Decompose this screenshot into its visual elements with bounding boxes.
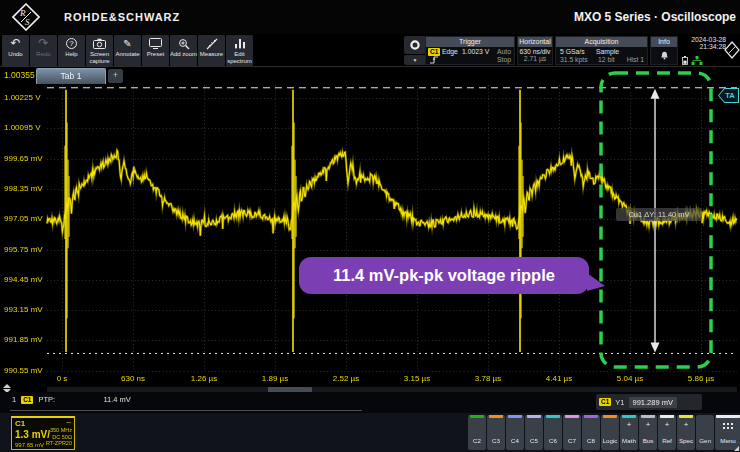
run-control: ▼ xyxy=(404,36,426,65)
y-axis-top-label: 1.00355 xyxy=(4,70,35,80)
dock-button-c5[interactable]: C5 xyxy=(525,415,543,450)
channel1-badge[interactable]: C1 ‒ 1.3 mV/ 997.65 mV 350 MHz DC 50Ω RT… xyxy=(11,416,75,450)
channel1-probe: RT-ZPR20 xyxy=(46,440,72,447)
x-axis-label: 1.89 µs xyxy=(262,374,288,383)
add-icon: + xyxy=(620,421,638,429)
sample-rate: 5 GSa/s xyxy=(560,48,585,55)
scroll-up-arrow-icon[interactable] xyxy=(3,384,11,388)
measurement-source-badge: C1 xyxy=(21,396,33,404)
toolbar-button-help[interactable]: ?Help xyxy=(58,35,85,66)
toolbar-button-add-zoom[interactable]: Add zoom xyxy=(170,35,197,66)
channel-color-stripe xyxy=(489,415,503,418)
toolbar-button-screen-capture[interactable]: Screen capture xyxy=(86,35,113,66)
dock-button-c3[interactable]: C3 xyxy=(487,415,505,450)
network-icon xyxy=(691,56,703,65)
window-titlebar: R S ROHDE&SCHWARZ MXO 5 Series · Oscillo… xyxy=(0,0,740,34)
pencil-icon: ✎ xyxy=(123,37,131,50)
dock-button-label: C4 xyxy=(511,437,519,444)
cursor-delta-label: Cu1 ΔY: 11.40 mV xyxy=(616,208,702,221)
redo-icon: ↷ xyxy=(38,37,48,50)
annotation-callout[interactable]: 11.4 mV-pk-pk voltage ripple xyxy=(299,257,589,294)
toolbar-button-label: Undo xyxy=(8,51,22,58)
run-dropdown-button[interactable]: ▼ xyxy=(404,55,426,65)
horizontal-panel[interactable]: Horizontal 630 ns/div 2.71 µs xyxy=(517,36,553,65)
dock-button-logic[interactable]: Logic xyxy=(601,415,619,450)
measurement-index: 1 xyxy=(12,395,16,404)
toolbar-button-label: Redo xyxy=(36,51,50,58)
dock-button-math[interactable]: +Math xyxy=(620,415,638,450)
dock-button-label: Ref xyxy=(662,437,672,444)
channel-color-stripe xyxy=(470,415,484,418)
y-axis-label: 990.55 mV xyxy=(4,366,43,375)
toolbar-button-preset[interactable]: Preset xyxy=(142,35,169,66)
channel1-minimize-icon[interactable]: ‒ xyxy=(67,417,71,426)
acquisition-panel[interactable]: Acquisition 5 GSa/s Sample 31.5 kpts 12 … xyxy=(555,36,648,65)
dock-button-c8[interactable]: C8 xyxy=(582,415,600,450)
waveform-diagram: 1.00355 Tab 1 + 1.00225 V1.00095 V999.65… xyxy=(0,66,740,392)
add-tab-button[interactable]: + xyxy=(108,69,123,83)
magnifier-icon xyxy=(178,37,190,50)
channel-color-stripe xyxy=(641,415,655,418)
trigger-panel[interactable]: Trigger C1 Edge 1.0023 V Auto Stop xyxy=(425,36,515,65)
info-panel[interactable]: Info xyxy=(650,36,678,65)
trigger-panel-title: Trigger xyxy=(426,37,514,47)
svg-text:S: S xyxy=(25,17,30,27)
x-axis-label: 5.04 µs xyxy=(617,374,643,383)
annotation-text: 11.4 mV-pk-pk voltage ripple xyxy=(333,266,555,285)
dock-button-label: C3 xyxy=(492,437,500,444)
toolbar-button-label: Screen capture xyxy=(86,51,113,64)
dock-button-spec[interactable]: +Spec xyxy=(677,415,695,450)
toolbar-button-measure[interactable]: Measure xyxy=(198,35,225,66)
toolbar-button-undo[interactable]: ↶Undo xyxy=(2,35,29,66)
trigger-mode: Auto xyxy=(497,48,511,55)
dock-button-gen[interactable]: Gen xyxy=(696,415,714,450)
time-text: 21:34:28 xyxy=(680,43,726,50)
dock-button-ref[interactable]: +Ref xyxy=(658,415,676,450)
dock-button-label: C7 xyxy=(568,437,576,444)
clock: 2024-03-28 21:34:28 xyxy=(680,36,726,65)
y-axis-label: 991.85 mV xyxy=(4,335,43,344)
trigger-type: Edge xyxy=(442,48,458,55)
dock-button-menu[interactable]: Menu xyxy=(715,415,740,450)
trigger-state: Stop xyxy=(497,56,511,63)
dock-button-label: Menu xyxy=(720,437,735,444)
toolbar-button-label: Edit spectrum xyxy=(226,51,253,64)
trigger-level: 1.0023 V xyxy=(462,48,489,55)
cursor-y1-label: Y1 xyxy=(615,398,624,407)
acquisition-mode: Sample xyxy=(596,48,619,55)
run-stop-button[interactable] xyxy=(404,36,426,54)
channel-color-stripe xyxy=(565,415,579,418)
channel-dock: C1 ‒ 1.3 mV/ 997.65 mV 350 MHz DC 50Ω RT… xyxy=(0,413,740,452)
dock-button-c7[interactable]: C7 xyxy=(563,415,581,450)
channel-color-stripe xyxy=(716,415,740,418)
toolbar-button-redo[interactable]: ↷Redo xyxy=(30,35,57,66)
waveform-canvas[interactable] xyxy=(0,67,740,393)
cursor-readout[interactable]: C1 Y1 991.289 mV xyxy=(596,394,702,410)
y-axis-label: 1.00095 V xyxy=(4,123,40,132)
x-axis-label: 3.15 µs xyxy=(404,374,430,383)
tab-1[interactable]: Tab 1 xyxy=(36,68,106,84)
y-axis-label: 995.75 mV xyxy=(4,245,43,254)
toolbar-button-annotate[interactable]: ✎Annotate xyxy=(114,35,141,66)
resize-corner-icon xyxy=(734,446,739,451)
battery-icon xyxy=(682,56,688,65)
toolbar-button-edit-spectrum[interactable]: Edit spectrum xyxy=(226,35,253,66)
dock-button-label: C2 xyxy=(473,437,481,444)
horizontal-panel-title: Horizontal xyxy=(518,37,552,47)
record-circle-icon xyxy=(409,39,421,51)
cursor-y1-value: 991.289 mV xyxy=(629,397,677,408)
measurement-row[interactable]: 1 C1 PTP: 11.4 mV xyxy=(12,395,131,404)
toolbar-button-label: Help xyxy=(65,51,77,58)
dock-button-bus[interactable]: +Bus xyxy=(639,415,657,450)
dock-buttons: C2C3C4C5C6C7C8Logic+Math+Bus+Ref+SpecGen… xyxy=(468,415,740,450)
history-count: Hist 1 xyxy=(627,56,644,63)
dock-button-c4[interactable]: C4 xyxy=(506,415,524,450)
dock-button-c2[interactable]: C2 xyxy=(468,415,486,450)
channel1-offset: 997.65 mV xyxy=(15,442,44,448)
help-icon: ? xyxy=(66,37,77,50)
add-icon: + xyxy=(658,421,676,429)
channel-color-stripe xyxy=(546,415,560,418)
y-axis-label: 997.05 mV xyxy=(4,214,43,223)
brand-text: ROHDE&SCHWARZ xyxy=(64,11,180,23)
dock-button-c6[interactable]: C6 xyxy=(544,415,562,450)
